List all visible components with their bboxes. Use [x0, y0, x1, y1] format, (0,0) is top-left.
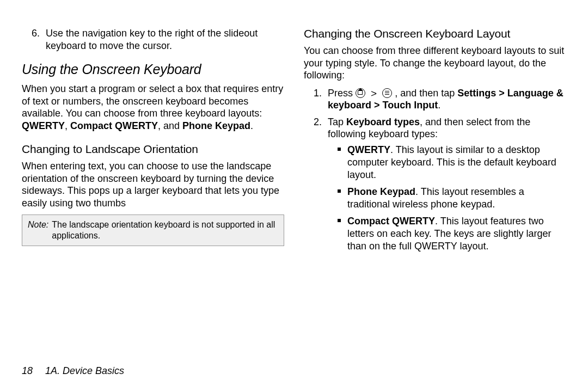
step-text-part: Tap	[328, 117, 346, 127]
note-body: The landscape orientation keyboard is no…	[52, 219, 278, 241]
list-item: Compact QWERTY. This layout features two…	[328, 215, 566, 253]
menu-icon	[382, 88, 392, 98]
text-segment: ,	[65, 120, 70, 131]
page-number: 18	[22, 365, 42, 376]
home-icon	[356, 88, 365, 98]
note-box: Note: The landscape orientation keyboard…	[22, 215, 284, 246]
list-item: 6. Use the navigation key to the right o…	[22, 27, 284, 52]
kw-qwerty: QWERTY	[347, 144, 390, 155]
kw-qwerty: QWERTY	[22, 120, 65, 131]
step-number: 2.	[314, 116, 322, 128]
step-number: 6.	[32, 27, 40, 40]
list-item: 2. Tap Keyboard types, and then select f…	[304, 116, 566, 253]
intro-text: When you start a program or select a box…	[22, 83, 283, 119]
step-text: Use the navigation key to the right of t…	[46, 28, 258, 51]
subheading-layout: Changing the Onscreen Keyboard Layout	[304, 27, 566, 40]
list-item: 1. Press > , and then tap Settings > Lan…	[304, 87, 566, 112]
chevron-right-icon: >	[368, 88, 379, 99]
left-column: 6. Use the navigation key to the right o…	[22, 27, 284, 258]
step-list-left: 6. Use the navigation key to the right o…	[22, 27, 284, 52]
kw-keyboard-types: Keyboard types	[346, 117, 420, 127]
kw-phone-keypad: Phone Keypad	[182, 120, 250, 131]
list-item: QWERTY. This layout is similar to a desk…	[328, 144, 566, 181]
step-list-right: 1. Press > , and then tap Settings > Lan…	[304, 87, 566, 253]
step-text-part: Press	[328, 88, 356, 99]
subheading-landscape: Changing to Landscape Orientation	[22, 143, 284, 156]
landscape-paragraph: When entering text, you can choose to us…	[22, 160, 284, 209]
two-column-layout: 6. Use the navigation key to the right o…	[22, 27, 566, 258]
layout-intro: You can choose from three different keyb…	[304, 45, 566, 82]
intro-paragraph: When you start a program or select a box…	[22, 83, 284, 132]
right-column: Changing the Onscreen Keyboard Layout Yo…	[304, 27, 566, 258]
page-footer: 18 1A. Device Basics	[22, 365, 124, 377]
kw-phone-keypad: Phone Keypad	[347, 186, 415, 197]
step-number: 1.	[314, 87, 322, 100]
section-title: 1A. Device Basics	[45, 365, 124, 376]
list-item: Phone Keypad. This layout resembles a tr…	[328, 186, 566, 211]
step-text-part: .	[438, 100, 440, 111]
kw-compact-qwerty: Compact QWERTY	[70, 120, 158, 131]
text-segment: .	[250, 120, 253, 131]
step-text-part: , and then tap	[395, 88, 457, 99]
keyboard-type-list: QWERTY. This layout is similar to a desk…	[328, 144, 566, 253]
note-label: Note:	[28, 219, 52, 241]
manual-page: 6. Use the navigation key to the right o…	[0, 0, 588, 392]
kw-compact-qwerty: Compact QWERTY	[347, 216, 435, 226]
text-segment: , and	[158, 120, 182, 131]
section-heading: Using the Onscreen Keyboard	[22, 62, 284, 77]
